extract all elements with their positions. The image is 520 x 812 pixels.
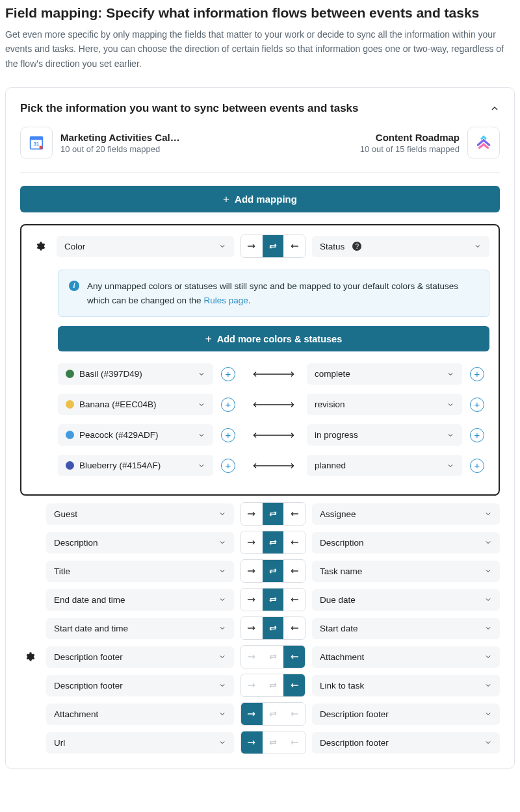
direction-toggle[interactable]	[240, 235, 306, 258]
direction-toggle[interactable]	[240, 531, 306, 554]
right-field-select-status[interactable]: Status ?	[312, 236, 489, 257]
add-mapping-button[interactable]: + Add mapping	[20, 186, 500, 212]
left-field-label: Description	[54, 538, 98, 548]
status-select[interactable]: planned	[307, 455, 462, 476]
svg-rect-2	[40, 146, 43, 149]
right-field-select[interactable]: Start date	[312, 618, 500, 639]
dir-both[interactable]	[263, 235, 284, 257]
right-field-label: Assignee	[320, 509, 356, 519]
dir-right-to-left[interactable]	[283, 674, 305, 696]
add-right-icon[interactable]: +	[470, 367, 484, 381]
color-swatch	[66, 370, 74, 378]
dir-both[interactable]	[263, 646, 284, 668]
rules-page-link[interactable]: Rules page	[203, 296, 248, 305]
dir-right-to-left[interactable]	[283, 531, 305, 553]
chevron-down-icon	[218, 681, 226, 689]
right-field-select[interactable]: Description footer	[312, 704, 500, 725]
direction-toggle[interactable]	[240, 502, 306, 526]
dir-both[interactable]	[263, 531, 284, 553]
field-mapping-row: Description footer Link to task	[20, 674, 500, 697]
dir-left-to-right[interactable]	[241, 235, 263, 257]
add-right-icon[interactable]: +	[470, 398, 484, 412]
add-mapping-label: Add mapping	[235, 194, 297, 205]
right-field-select[interactable]: Description footer	[312, 732, 500, 754]
right-field-select[interactable]: Assignee	[312, 503, 500, 525]
direction-toggle[interactable]	[240, 588, 306, 611]
direction-toggle[interactable]	[240, 645, 306, 668]
direction-toggle[interactable]	[240, 731, 306, 754]
status-select[interactable]: complete	[307, 363, 462, 385]
right-field-label: Due date	[320, 595, 356, 605]
left-field-select[interactable]: Description footer	[46, 675, 234, 696]
color-label: Basil (#397D49)	[79, 369, 142, 379]
dir-right-to-left[interactable]	[283, 703, 305, 725]
dir-both[interactable]	[263, 503, 284, 525]
left-field-select[interactable]: Description	[46, 532, 234, 553]
dir-left-to-right[interactable]	[241, 531, 263, 553]
right-field-select[interactable]: Due date	[312, 589, 500, 611]
left-field-select[interactable]: Title	[46, 561, 234, 582]
add-right-icon[interactable]: +	[470, 459, 484, 473]
right-field-label: Attachment	[320, 652, 364, 662]
dir-both[interactable]	[263, 731, 284, 754]
card-header[interactable]: Pick the information you want to sync be…	[20, 102, 500, 115]
color-mapping-row: Peacock (#429ADF) + in progress +	[58, 424, 489, 446]
add-colors-button[interactable]: + Add more colors & statuses	[58, 326, 489, 351]
left-field-select[interactable]: Attachment	[46, 704, 234, 725]
dir-both[interactable]	[263, 560, 284, 582]
status-select[interactable]: revision	[307, 394, 462, 415]
left-field-select[interactable]: Description footer	[46, 646, 234, 668]
gear-icon[interactable]	[35, 241, 46, 251]
color-select[interactable]: Banana (#EEC04B)	[58, 394, 213, 415]
left-field-select[interactable]: Start date and time	[46, 618, 234, 639]
direction-toggle[interactable]	[240, 559, 306, 583]
dir-both[interactable]	[263, 703, 284, 725]
dir-left-to-right[interactable]	[241, 560, 263, 582]
color-select[interactable]: Blueberry (#4154AF)	[58, 455, 213, 476]
dir-right-to-left[interactable]	[283, 617, 305, 639]
left-field-select-color[interactable]: Color	[57, 236, 234, 257]
direction-toggle[interactable]	[240, 616, 306, 640]
dir-left-to-right[interactable]	[241, 703, 263, 725]
dir-right-to-left[interactable]	[283, 731, 305, 754]
dir-right-to-left[interactable]	[283, 503, 305, 525]
dir-both[interactable]	[263, 589, 284, 611]
right-field-select[interactable]: Attachment	[312, 646, 500, 668]
dir-right-to-left[interactable]	[283, 589, 305, 611]
chevron-down-icon	[484, 739, 492, 746]
dir-left-to-right[interactable]	[241, 503, 263, 525]
color-label: Blueberry (#4154AF)	[79, 461, 161, 470]
dir-right-to-left[interactable]	[283, 560, 305, 582]
left-field-select[interactable]: Guest	[46, 503, 234, 525]
right-field-select[interactable]: Link to task	[312, 675, 500, 696]
add-left-icon[interactable]: +	[221, 459, 235, 473]
chevron-up-icon	[489, 103, 500, 114]
dir-right-to-left[interactable]	[283, 646, 305, 668]
add-left-icon[interactable]: +	[221, 367, 235, 381]
dir-left-to-right[interactable]	[241, 617, 263, 639]
dir-both[interactable]	[263, 674, 284, 696]
add-left-icon[interactable]: +	[221, 398, 235, 412]
help-icon[interactable]: ?	[352, 242, 361, 251]
dir-both[interactable]	[263, 617, 284, 639]
right-field-select[interactable]: Description	[312, 532, 500, 553]
color-select[interactable]: Basil (#397D49)	[58, 363, 213, 385]
dir-left-to-right[interactable]	[241, 731, 263, 754]
right-field-select[interactable]: Task name	[312, 561, 500, 582]
gear-icon[interactable]	[25, 652, 35, 662]
bidirectional-arrow-icon	[248, 462, 299, 470]
add-left-icon[interactable]: +	[221, 428, 235, 442]
add-colors-label: Add more colors & statuses	[217, 334, 343, 344]
dir-right-to-left[interactable]	[283, 235, 305, 257]
left-field-select[interactable]: Url	[46, 732, 234, 754]
dir-left-to-right[interactable]	[241, 674, 263, 696]
direction-toggle[interactable]	[240, 674, 306, 697]
color-swatch	[66, 400, 74, 409]
dir-left-to-right[interactable]	[241, 589, 263, 611]
dir-left-to-right[interactable]	[241, 646, 263, 668]
status-select[interactable]: in progress	[307, 424, 462, 446]
add-right-icon[interactable]: +	[470, 428, 484, 442]
direction-toggle[interactable]	[240, 702, 306, 726]
left-field-select[interactable]: End date and time	[46, 589, 234, 611]
color-select[interactable]: Peacock (#429ADF)	[58, 424, 213, 446]
